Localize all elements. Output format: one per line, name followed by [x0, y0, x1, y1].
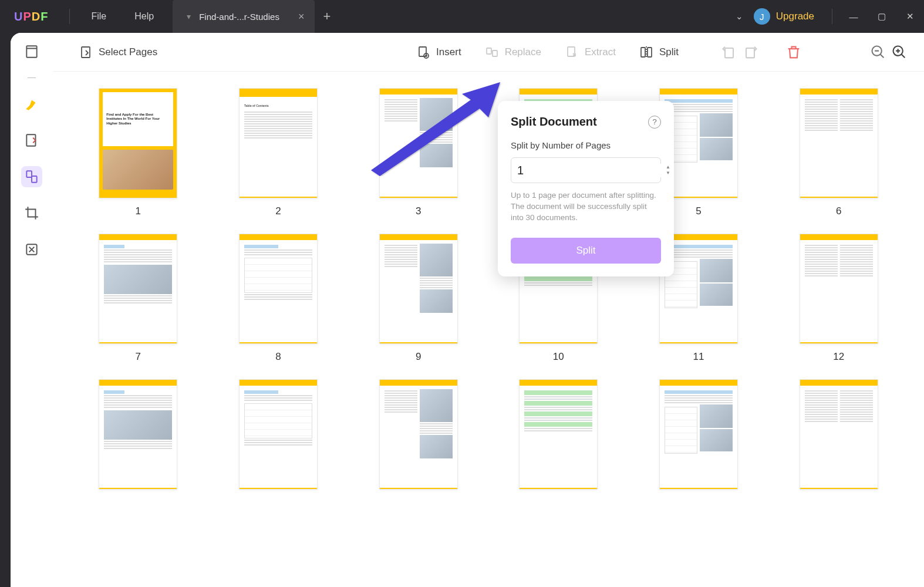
- avatar[interactable]: J: [754, 8, 770, 25]
- page-number: 7: [136, 351, 141, 363]
- page-thumbnail[interactable]: 12: [783, 234, 895, 363]
- page-thumbnail[interactable]: [503, 379, 615, 490]
- split-hint-text: Up to 1 page per document after splittin…: [511, 190, 661, 224]
- new-tab-button[interactable]: +: [323, 9, 331, 24]
- page-thumbnail[interactable]: [643, 379, 755, 490]
- page-thumbnail[interactable]: [783, 379, 895, 490]
- rotate-left-icon[interactable]: [721, 44, 737, 60]
- redact-tool-icon[interactable]: [21, 239, 42, 260]
- crop-tool-icon[interactable]: [21, 203, 42, 224]
- page-number: 5: [696, 205, 701, 217]
- page-number: 8: [275, 351, 281, 363]
- select-pages-label: Select Pages: [99, 46, 157, 58]
- menu-help[interactable]: Help: [120, 11, 168, 22]
- svg-rect-8: [487, 48, 491, 54]
- svg-rect-14: [746, 48, 754, 58]
- page-number: 6: [836, 205, 841, 217]
- svg-rect-1: [26, 134, 35, 146]
- delete-icon[interactable]: [785, 44, 802, 60]
- svg-rect-10: [568, 47, 575, 56]
- page-thumbnail[interactable]: [222, 379, 335, 490]
- extract-button[interactable]: Extract: [555, 41, 625, 64]
- menu-file[interactable]: File: [77, 11, 120, 22]
- split-button[interactable]: Split: [630, 41, 688, 64]
- page-number: 2: [275, 205, 281, 217]
- spinner-up-icon[interactable]: ▲: [666, 165, 670, 170]
- svg-rect-11: [641, 48, 645, 57]
- page-thumbnail[interactable]: 9: [362, 234, 474, 363]
- edit-tool-icon[interactable]: [21, 130, 42, 151]
- page-thumbnails-area[interactable]: Find and Apply For the Best Institutes I…: [53, 72, 924, 587]
- popup-title: Split Document: [511, 115, 597, 129]
- page-number: 10: [553, 351, 564, 363]
- replace-label: Replace: [505, 46, 541, 58]
- highlight-tool-icon[interactable]: [21, 93, 42, 114]
- insert-icon: [416, 45, 430, 59]
- split-confirm-button[interactable]: Split: [511, 238, 661, 264]
- split-by-label: Split by Number of Pages: [511, 140, 661, 150]
- page-thumbnail[interactable]: Find and Apply For the Best Institutes I…: [82, 88, 194, 217]
- pages-number-input-wrap: ▲ ▼: [511, 157, 661, 183]
- separator: [832, 9, 832, 24]
- left-tool-rail: [11, 33, 53, 587]
- tab-close-icon[interactable]: ×: [298, 11, 305, 23]
- maximize-button[interactable]: ▢: [868, 0, 896, 33]
- spinner-down-icon[interactable]: ▼: [666, 171, 670, 176]
- split-icon: [639, 45, 653, 59]
- page-number: 11: [693, 351, 704, 363]
- minimize-button[interactable]: —: [839, 0, 868, 33]
- svg-rect-0: [26, 46, 36, 58]
- separator: [69, 9, 70, 24]
- svg-rect-3: [32, 176, 37, 183]
- svg-rect-6: [419, 47, 426, 56]
- svg-rect-9: [493, 50, 497, 56]
- page-thumbnail[interactable]: 3: [362, 88, 474, 217]
- page-thumbnail[interactable]: [82, 379, 194, 490]
- organize-tool-icon[interactable]: [21, 166, 42, 187]
- extract-icon: [565, 45, 579, 59]
- page-thumbnail[interactable]: [362, 379, 474, 490]
- app-logo: UPDF: [14, 10, 48, 23]
- page-thumbnail[interactable]: 6: [783, 88, 895, 217]
- split-label: Split: [659, 46, 679, 58]
- help-icon[interactable]: ?: [648, 116, 661, 129]
- split-document-popup: Split Document ? Split by Number of Page…: [498, 101, 674, 276]
- page-number: 12: [833, 351, 844, 363]
- select-pages-button[interactable]: Select Pages: [69, 41, 167, 64]
- page-thumbnail[interactable]: Table of Contents2: [222, 88, 335, 217]
- rotate-right-icon[interactable]: [742, 44, 758, 60]
- upgrade-link[interactable]: Upgrade: [776, 11, 814, 22]
- svg-rect-2: [26, 171, 32, 177]
- tab-overflow-icon[interactable]: ⌄: [726, 0, 754, 33]
- tab-close-left-icon[interactable]: ▾: [187, 12, 191, 21]
- document-tab[interactable]: ▾ Find-and-...r-Studies ×: [173, 0, 315, 33]
- select-icon: [79, 45, 93, 59]
- extract-label: Extract: [585, 46, 616, 58]
- svg-rect-12: [648, 48, 652, 57]
- page-thumbnail[interactable]: 7: [82, 234, 194, 363]
- organize-toolbar: Select Pages Insert Replace Extract Spli…: [53, 33, 924, 72]
- replace-icon: [485, 45, 499, 59]
- reader-tool-icon[interactable]: [21, 41, 42, 62]
- pages-number-input[interactable]: [517, 164, 666, 177]
- insert-label: Insert: [436, 46, 461, 58]
- page-number: 9: [416, 351, 421, 363]
- svg-rect-5: [82, 47, 90, 58]
- svg-rect-13: [725, 48, 733, 58]
- zoom-out-icon[interactable]: [870, 44, 886, 60]
- insert-button[interactable]: Insert: [407, 41, 471, 64]
- rail-divider: [28, 77, 36, 78]
- tab-label: Find-and-...r-Studies: [199, 12, 279, 22]
- replace-button[interactable]: Replace: [476, 41, 551, 64]
- close-button[interactable]: ✕: [896, 0, 924, 33]
- page-number: 1: [136, 205, 141, 217]
- page-thumbnail[interactable]: 8: [222, 234, 335, 363]
- zoom-in-icon[interactable]: [891, 44, 908, 60]
- page-number: 3: [416, 205, 421, 217]
